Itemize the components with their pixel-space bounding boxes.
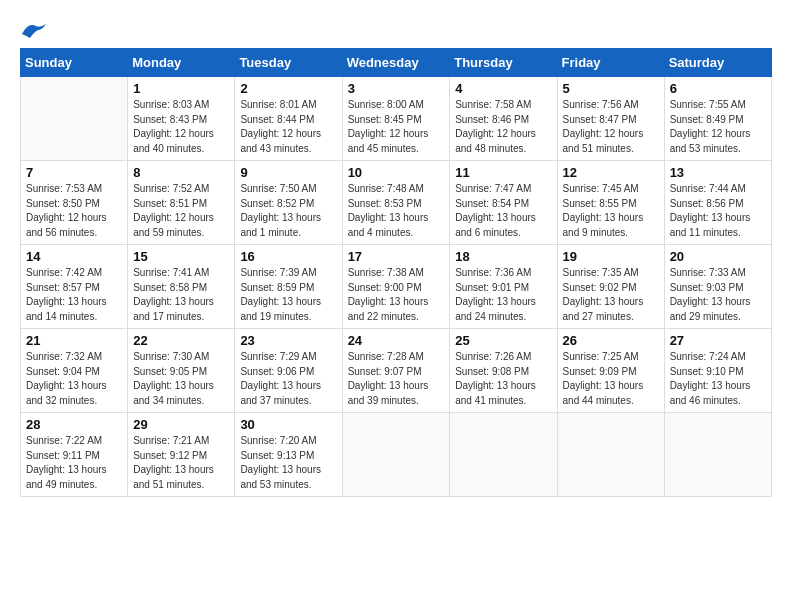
day-cell: 25Sunrise: 7:26 AM Sunset: 9:08 PM Dayli…	[450, 329, 557, 413]
day-info: Sunrise: 8:00 AM Sunset: 8:45 PM Dayligh…	[348, 98, 445, 156]
day-cell: 26Sunrise: 7:25 AM Sunset: 9:09 PM Dayli…	[557, 329, 664, 413]
day-cell: 3Sunrise: 8:00 AM Sunset: 8:45 PM Daylig…	[342, 77, 450, 161]
day-number: 25	[455, 333, 551, 348]
header	[20, 20, 772, 40]
day-number: 1	[133, 81, 229, 96]
day-number: 9	[240, 165, 336, 180]
week-row-5: 28Sunrise: 7:22 AM Sunset: 9:11 PM Dayli…	[21, 413, 772, 497]
logo	[20, 20, 52, 40]
day-cell: 19Sunrise: 7:35 AM Sunset: 9:02 PM Dayli…	[557, 245, 664, 329]
header-friday: Friday	[557, 49, 664, 77]
week-row-3: 14Sunrise: 7:42 AM Sunset: 8:57 PM Dayli…	[21, 245, 772, 329]
day-info: Sunrise: 7:41 AM Sunset: 8:58 PM Dayligh…	[133, 266, 229, 324]
day-cell	[664, 413, 771, 497]
day-number: 21	[26, 333, 122, 348]
day-number: 7	[26, 165, 122, 180]
header-monday: Monday	[128, 49, 235, 77]
day-info: Sunrise: 7:24 AM Sunset: 9:10 PM Dayligh…	[670, 350, 766, 408]
day-info: Sunrise: 7:21 AM Sunset: 9:12 PM Dayligh…	[133, 434, 229, 492]
day-cell: 18Sunrise: 7:36 AM Sunset: 9:01 PM Dayli…	[450, 245, 557, 329]
day-cell: 16Sunrise: 7:39 AM Sunset: 8:59 PM Dayli…	[235, 245, 342, 329]
day-info: Sunrise: 7:47 AM Sunset: 8:54 PM Dayligh…	[455, 182, 551, 240]
day-cell: 20Sunrise: 7:33 AM Sunset: 9:03 PM Dayli…	[664, 245, 771, 329]
day-cell: 13Sunrise: 7:44 AM Sunset: 8:56 PM Dayli…	[664, 161, 771, 245]
day-info: Sunrise: 7:28 AM Sunset: 9:07 PM Dayligh…	[348, 350, 445, 408]
day-number: 10	[348, 165, 445, 180]
day-number: 15	[133, 249, 229, 264]
day-number: 29	[133, 417, 229, 432]
day-info: Sunrise: 7:35 AM Sunset: 9:02 PM Dayligh…	[563, 266, 659, 324]
day-cell	[557, 413, 664, 497]
day-number: 12	[563, 165, 659, 180]
week-row-2: 7Sunrise: 7:53 AM Sunset: 8:50 PM Daylig…	[21, 161, 772, 245]
day-cell	[450, 413, 557, 497]
day-number: 18	[455, 249, 551, 264]
calendar-header-row: SundayMondayTuesdayWednesdayThursdayFrid…	[21, 49, 772, 77]
day-number: 16	[240, 249, 336, 264]
day-cell	[342, 413, 450, 497]
day-cell: 27Sunrise: 7:24 AM Sunset: 9:10 PM Dayli…	[664, 329, 771, 413]
day-cell: 21Sunrise: 7:32 AM Sunset: 9:04 PM Dayli…	[21, 329, 128, 413]
day-number: 5	[563, 81, 659, 96]
day-info: Sunrise: 7:44 AM Sunset: 8:56 PM Dayligh…	[670, 182, 766, 240]
header-thursday: Thursday	[450, 49, 557, 77]
day-info: Sunrise: 7:56 AM Sunset: 8:47 PM Dayligh…	[563, 98, 659, 156]
day-info: Sunrise: 7:32 AM Sunset: 9:04 PM Dayligh…	[26, 350, 122, 408]
day-info: Sunrise: 7:55 AM Sunset: 8:49 PM Dayligh…	[670, 98, 766, 156]
day-info: Sunrise: 7:45 AM Sunset: 8:55 PM Dayligh…	[563, 182, 659, 240]
day-cell: 5Sunrise: 7:56 AM Sunset: 8:47 PM Daylig…	[557, 77, 664, 161]
day-cell: 14Sunrise: 7:42 AM Sunset: 8:57 PM Dayli…	[21, 245, 128, 329]
day-info: Sunrise: 7:39 AM Sunset: 8:59 PM Dayligh…	[240, 266, 336, 324]
day-number: 22	[133, 333, 229, 348]
header-wednesday: Wednesday	[342, 49, 450, 77]
day-cell: 30Sunrise: 7:20 AM Sunset: 9:13 PM Dayli…	[235, 413, 342, 497]
day-info: Sunrise: 7:53 AM Sunset: 8:50 PM Dayligh…	[26, 182, 122, 240]
day-info: Sunrise: 7:22 AM Sunset: 9:11 PM Dayligh…	[26, 434, 122, 492]
week-row-1: 1Sunrise: 8:03 AM Sunset: 8:43 PM Daylig…	[21, 77, 772, 161]
day-number: 2	[240, 81, 336, 96]
day-cell: 10Sunrise: 7:48 AM Sunset: 8:53 PM Dayli…	[342, 161, 450, 245]
day-cell: 15Sunrise: 7:41 AM Sunset: 8:58 PM Dayli…	[128, 245, 235, 329]
day-number: 11	[455, 165, 551, 180]
day-cell: 12Sunrise: 7:45 AM Sunset: 8:55 PM Dayli…	[557, 161, 664, 245]
day-cell: 8Sunrise: 7:52 AM Sunset: 8:51 PM Daylig…	[128, 161, 235, 245]
day-info: Sunrise: 7:48 AM Sunset: 8:53 PM Dayligh…	[348, 182, 445, 240]
day-number: 19	[563, 249, 659, 264]
day-cell: 11Sunrise: 7:47 AM Sunset: 8:54 PM Dayli…	[450, 161, 557, 245]
logo-icon	[20, 20, 48, 40]
day-info: Sunrise: 7:20 AM Sunset: 9:13 PM Dayligh…	[240, 434, 336, 492]
header-sunday: Sunday	[21, 49, 128, 77]
day-cell	[21, 77, 128, 161]
day-number: 17	[348, 249, 445, 264]
day-cell: 6Sunrise: 7:55 AM Sunset: 8:49 PM Daylig…	[664, 77, 771, 161]
day-info: Sunrise: 7:33 AM Sunset: 9:03 PM Dayligh…	[670, 266, 766, 324]
day-number: 26	[563, 333, 659, 348]
week-row-4: 21Sunrise: 7:32 AM Sunset: 9:04 PM Dayli…	[21, 329, 772, 413]
day-cell: 28Sunrise: 7:22 AM Sunset: 9:11 PM Dayli…	[21, 413, 128, 497]
day-number: 3	[348, 81, 445, 96]
day-number: 8	[133, 165, 229, 180]
day-info: Sunrise: 7:26 AM Sunset: 9:08 PM Dayligh…	[455, 350, 551, 408]
day-info: Sunrise: 7:38 AM Sunset: 9:00 PM Dayligh…	[348, 266, 445, 324]
day-cell: 9Sunrise: 7:50 AM Sunset: 8:52 PM Daylig…	[235, 161, 342, 245]
day-number: 23	[240, 333, 336, 348]
day-cell: 23Sunrise: 7:29 AM Sunset: 9:06 PM Dayli…	[235, 329, 342, 413]
day-number: 28	[26, 417, 122, 432]
header-tuesday: Tuesday	[235, 49, 342, 77]
day-info: Sunrise: 8:03 AM Sunset: 8:43 PM Dayligh…	[133, 98, 229, 156]
day-number: 14	[26, 249, 122, 264]
day-number: 27	[670, 333, 766, 348]
day-info: Sunrise: 7:25 AM Sunset: 9:09 PM Dayligh…	[563, 350, 659, 408]
day-cell: 29Sunrise: 7:21 AM Sunset: 9:12 PM Dayli…	[128, 413, 235, 497]
day-info: Sunrise: 7:36 AM Sunset: 9:01 PM Dayligh…	[455, 266, 551, 324]
day-number: 13	[670, 165, 766, 180]
day-number: 24	[348, 333, 445, 348]
day-cell: 4Sunrise: 7:58 AM Sunset: 8:46 PM Daylig…	[450, 77, 557, 161]
day-number: 4	[455, 81, 551, 96]
day-info: Sunrise: 8:01 AM Sunset: 8:44 PM Dayligh…	[240, 98, 336, 156]
day-number: 30	[240, 417, 336, 432]
day-cell: 24Sunrise: 7:28 AM Sunset: 9:07 PM Dayli…	[342, 329, 450, 413]
day-info: Sunrise: 7:29 AM Sunset: 9:06 PM Dayligh…	[240, 350, 336, 408]
day-cell: 22Sunrise: 7:30 AM Sunset: 9:05 PM Dayli…	[128, 329, 235, 413]
day-cell: 17Sunrise: 7:38 AM Sunset: 9:00 PM Dayli…	[342, 245, 450, 329]
